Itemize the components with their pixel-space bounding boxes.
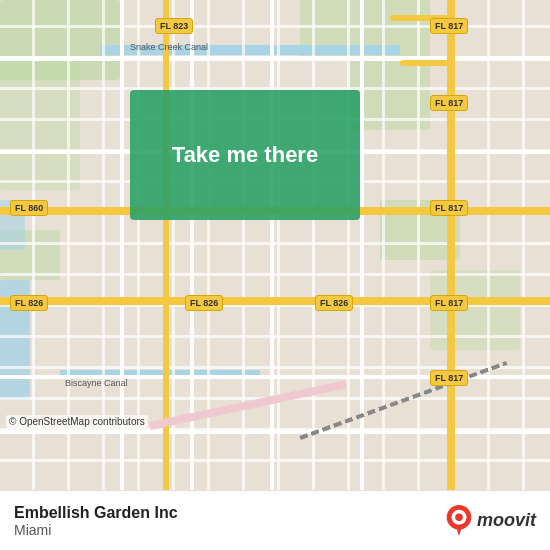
badge-fl826c: FL 826 [315, 295, 353, 311]
location-name: Embellish Garden Inc [14, 504, 178, 522]
location-info: Embellish Garden Inc Miami [14, 504, 178, 538]
bottom-bar: Embellish Garden Inc Miami moovit [0, 490, 550, 550]
badge-fl817d: FL 817 [430, 295, 468, 311]
badge-fl817c: FL 817 [430, 200, 468, 216]
svg-point-2 [455, 513, 463, 521]
badge-fl826a: FL 826 [10, 295, 48, 311]
svg-marker-3 [455, 524, 463, 535]
label-snake-creek: Snake Creek Canal [130, 42, 208, 52]
badge-fl817e: FL 817 [430, 370, 468, 386]
moovit-text: moovit [477, 510, 536, 531]
badge-fl817b: FL 817 [430, 95, 468, 111]
take-me-there-button[interactable]: Take me there [130, 90, 360, 220]
highway-fl817-loop-mid [400, 60, 455, 66]
take-me-there-label: Take me there [172, 141, 318, 170]
moovit-logo: moovit [445, 504, 536, 538]
badge-fl826b: FL 826 [185, 295, 223, 311]
highway-fl823 [163, 0, 169, 490]
location-city: Miami [14, 522, 178, 538]
osm-attribution: © OpenStreetMap contributors [6, 415, 148, 428]
moovit-pin-icon [445, 504, 473, 538]
badge-fl860: FL 860 [10, 200, 48, 216]
road-v-270 [270, 0, 274, 490]
road-h-430 [0, 430, 550, 434]
road-h-snake-creek [0, 56, 550, 61]
badge-fl817a: FL 817 [430, 18, 468, 34]
label-biscayne: Biscayne Canal [65, 378, 128, 388]
map-container: FL 823 FL 817 FL 817 FL 817 FL 817 FL 81… [0, 0, 550, 490]
badge-fl823: FL 823 [155, 18, 193, 34]
